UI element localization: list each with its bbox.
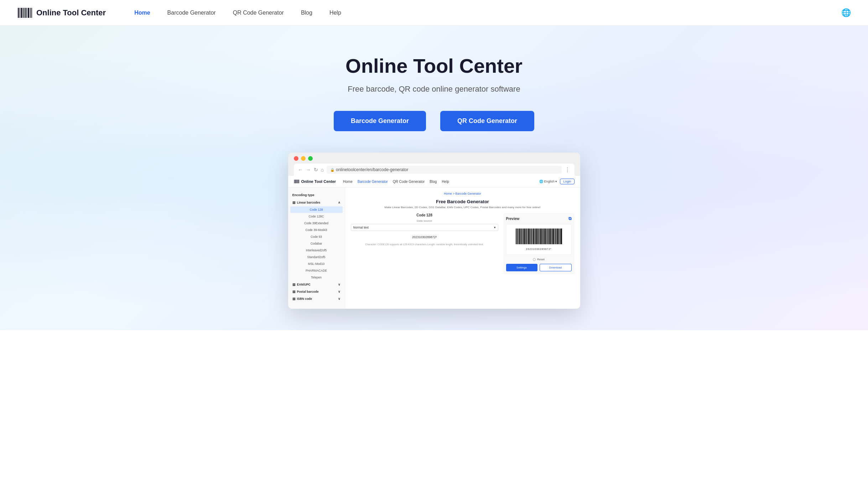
svg-rect-6	[28, 8, 29, 18]
barcode-image	[516, 229, 562, 246]
mini-nav-barcode[interactable]: Barcode Generator	[358, 180, 388, 184]
sidebar-item-pharmacade[interactable]: PHARMACADE	[288, 267, 345, 274]
svg-rect-4	[25, 8, 26, 18]
breadcrumb-sep: >	[453, 192, 454, 195]
svg-rect-0	[18, 8, 19, 18]
url-text: onlinetoolcenter/en/barcode-generator	[336, 167, 408, 172]
address-bar[interactable]: 🔒 onlinetoolcenter/en/barcode-generator	[327, 166, 562, 174]
svg-rect-51	[549, 229, 549, 244]
mini-nav-qr[interactable]: QR Code Generator	[393, 180, 425, 184]
svg-rect-50	[548, 229, 548, 244]
sidebar-item-standard[interactable]: Standard2of5	[288, 254, 345, 260]
logo-link[interactable]: Online Tool Center	[17, 5, 106, 21]
sidebar-item-code93[interactable]: Code 93	[288, 234, 345, 240]
isbn-code-group[interactable]: ▤ ISBN code ∨	[288, 295, 345, 302]
mini-logo-text: Online Tool Center	[301, 179, 336, 184]
sidebar-item-msl[interactable]: MSL-Mod10	[288, 261, 345, 267]
ean-upc-group[interactable]: ▤ EAN/UPC ∨	[288, 281, 345, 288]
mini-nav-home[interactable]: Home	[343, 180, 353, 184]
nav-help[interactable]: Help	[329, 10, 341, 16]
barcode-preview: 20231030289872³	[506, 224, 572, 255]
lock-icon: 🔒	[330, 168, 334, 172]
section-title: Free Barcode Generator	[351, 199, 575, 204]
input-value[interactable]: 20231030289872³	[351, 234, 498, 240]
svg-rect-23	[521, 229, 521, 244]
footer-note: Character: CODE128 supports all 128 ASCI…	[351, 243, 498, 246]
svg-rect-63	[561, 229, 562, 244]
reload-button[interactable]: ↻	[314, 167, 318, 173]
svg-rect-57	[555, 229, 556, 244]
svg-rect-10	[295, 180, 295, 183]
back-button[interactable]: ←	[298, 167, 303, 173]
breadcrumb-current: Barcode Generator	[456, 192, 481, 195]
qr-generator-button[interactable]: QR Code Generator	[440, 111, 534, 131]
sidebar-item-code39mod43[interactable]: Code 39-Mod43	[288, 227, 345, 233]
hero-subtitle: Free barcode, QR code online generator s…	[7, 84, 861, 94]
barcode-generator-button[interactable]: Barcode Generator	[334, 111, 426, 131]
reset-icon	[533, 258, 536, 261]
sidebar-item-code128[interactable]: Code 128	[290, 206, 343, 213]
svg-rect-15	[297, 180, 298, 183]
svg-rect-17	[299, 180, 299, 183]
settings-button[interactable]: Settings	[506, 264, 537, 271]
mini-nav-help[interactable]: Help	[442, 180, 449, 184]
svg-rect-38	[535, 229, 536, 244]
svg-rect-45	[543, 229, 543, 244]
svg-rect-18	[516, 229, 516, 244]
language-selector[interactable]: 🌐 English ▾	[539, 180, 557, 183]
nav-home[interactable]: Home	[134, 10, 150, 16]
data-source-select[interactable]: Normal text ▾	[351, 224, 498, 231]
mini-sidebar: Encoding type ▤ Linear barcodes ∧ Code 1…	[288, 188, 345, 309]
nav-qr[interactable]: QR Code Generator	[233, 10, 284, 16]
mini-header-right: 🌐 English ▾ Login	[539, 179, 575, 184]
sidebar-item-telepen[interactable]: Telepen	[288, 274, 345, 281]
dot-red	[294, 156, 298, 161]
svg-rect-30	[527, 229, 528, 244]
postal-barcode-group[interactable]: ▤ Postal barcode ∨	[288, 288, 345, 295]
svg-rect-24	[521, 229, 522, 244]
svg-rect-20	[518, 229, 518, 244]
data-source-label: Data source	[351, 219, 498, 222]
menu-dots[interactable]: ⋮	[565, 166, 570, 173]
forward-button[interactable]: →	[306, 167, 311, 173]
encoding-type-label: Encoding type	[288, 191, 345, 199]
dot-yellow	[301, 156, 306, 161]
mini-logo-icon	[294, 179, 300, 184]
svg-rect-19	[517, 229, 517, 244]
svg-rect-60	[558, 229, 559, 244]
svg-rect-9	[294, 180, 294, 183]
mini-logo: Online Tool Center	[294, 179, 336, 184]
svg-rect-53	[551, 229, 551, 244]
home-button[interactable]: ⌂	[321, 167, 324, 173]
nav-barcode[interactable]: Barcode Generator	[167, 10, 216, 16]
sidebar-item-codabar[interactable]: Codabar	[288, 240, 345, 247]
svg-rect-29	[526, 229, 527, 244]
preview-label: Preview ⧉	[506, 216, 572, 221]
reset-button[interactable]: Reset	[506, 258, 572, 261]
svg-rect-35	[532, 229, 533, 244]
mini-nav-blog[interactable]: Blog	[430, 180, 437, 184]
sidebar-item-code39ext[interactable]: Code 39Extended	[288, 220, 345, 226]
svg-rect-14	[297, 180, 297, 183]
hero-buttons: Barcode Generator QR Code Generator	[7, 111, 861, 131]
svg-rect-44	[542, 229, 542, 244]
svg-rect-25	[523, 229, 523, 244]
nav-blog[interactable]: Blog	[301, 10, 312, 16]
svg-rect-42	[540, 229, 540, 244]
breadcrumb: Home > Barcode Generator	[351, 192, 575, 195]
sidebar-item-interleaved[interactable]: Interleaved2of5	[288, 247, 345, 253]
breadcrumb-home[interactable]: Home	[444, 192, 452, 195]
download-button[interactable]: Download	[540, 264, 572, 271]
svg-rect-62	[560, 229, 561, 244]
sidebar-item-code128c[interactable]: Code 128C	[288, 213, 345, 220]
copy-icon[interactable]: ⧉	[568, 216, 572, 221]
header-right: 🌐	[841, 8, 851, 17]
browser-chrome: ← → ↻ ⌂ 🔒 onlinetoolcenter/en/barcode-ge…	[288, 153, 580, 176]
mini-login-button[interactable]: Login	[560, 179, 574, 184]
svg-rect-34	[531, 229, 532, 244]
globe-icon[interactable]: 🌐	[841, 8, 851, 17]
svg-rect-54	[552, 229, 552, 244]
svg-rect-58	[556, 229, 556, 244]
logo-icon	[17, 5, 33, 21]
linear-barcodes-group[interactable]: ▤ Linear barcodes ∧	[288, 199, 345, 206]
